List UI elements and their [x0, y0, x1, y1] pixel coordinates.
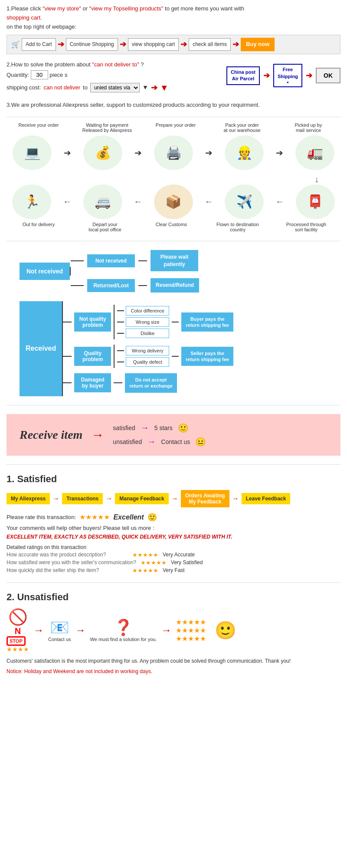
china-post-box: China post Air Parcel [226, 66, 260, 85]
not-received-branch1: Not received [87, 254, 135, 267]
shipping-select[interactable]: unied states via [90, 83, 140, 92]
unsat-arrow-2: → [75, 624, 86, 636]
process-section: Receive your order Waiting for paymentRe… [7, 122, 340, 232]
proc-label-5: Picked up bymail service [287, 122, 330, 133]
free-shipping-line1: Free [278, 66, 298, 73]
proc-arrow-b2: ← [134, 197, 142, 207]
excellent-emoji: 🙂 [147, 513, 157, 522]
china-post-line2: Air Parcel [231, 76, 255, 82]
proc-arrow-b3: ← [205, 197, 213, 207]
not-quality-box: Not qualityproblem [74, 312, 111, 332]
detail-stars-3: ★★★★★ [132, 567, 158, 574]
excellent-comment: EXCELLENT ITEM, EXACTLY AS DESCRIBED, QU… [7, 534, 340, 540]
receive-arrow: → [91, 427, 104, 442]
proc-arrow-2: ➔ [134, 148, 142, 158]
not-received-branch2: Returned/Lost [87, 279, 135, 292]
step-continue[interactable]: Continue Shopping [66, 38, 118, 51]
cannot-deliver-text: can not deliver [44, 82, 81, 92]
arrow2: ➔ [120, 38, 126, 51]
satisfied-row: satisfied → 5 stars 🙂 [113, 423, 206, 433]
pink-arrow2: → [147, 437, 156, 447]
arrow3: ➔ [180, 38, 187, 51]
problem-text: "can not deliver to" [92, 61, 139, 68]
detail-title: Detailed ratings on this transaction [7, 544, 340, 550]
satisfied-title: 1. Satisfied [7, 473, 340, 485]
proc-label-b1: Out for delivery [17, 222, 60, 232]
free-shipping-line2: Shipping [278, 73, 298, 80]
rating-row: Please rate this transaction: ★★★★★ Exce… [7, 513, 340, 522]
proc-label-b4: Flown to destinationcountry [214, 222, 262, 232]
proc-label-2: Waiting for paymentReleased by Aliexpres… [81, 122, 133, 133]
unsat-step-1: 🚫 N STOP ★★★★ [7, 608, 29, 653]
view-store-link[interactable]: "view my store" [43, 5, 81, 12]
pink-arrow1: → [141, 423, 149, 433]
quality-defect-box: Quality defect [126, 357, 169, 367]
proc-label-3: Prepare your order [154, 122, 197, 133]
dropdown-arrow[interactable]: ▼ [142, 82, 148, 93]
proc-icon-1: 💻 [13, 135, 52, 170]
fb-step-3[interactable]: Manage Feedback [115, 493, 168, 504]
section2: 2.How to solve the problem about "can no… [7, 59, 340, 95]
satisfied-section: 1. Satisfied My Aliexpress → Transaction… [7, 473, 340, 574]
neutral-emoji: 😐 [195, 437, 206, 447]
step-check[interactable]: check all items [189, 38, 231, 51]
five-stars-text: 5 stars [154, 424, 173, 431]
detail-label-1: How accurate was the product description… [7, 552, 128, 558]
buy-now-button[interactable]: Buy now [241, 38, 275, 51]
unsatisfied-title: 2. Unsatisfied [7, 592, 340, 603]
unsat-step-2: 📧 Contact us [48, 618, 71, 642]
proc-arrow-b4: ← [275, 197, 284, 207]
proc-arrow-1: ➔ [64, 148, 71, 158]
unsat-arrow-3: → [161, 624, 171, 636]
section1-text3: on the top right of webpage: [7, 23, 340, 32]
damaged-box: Damagedby buyer [74, 373, 111, 392]
satisfied-text: satisfied [113, 424, 135, 431]
arrow4: ➔ [232, 38, 239, 51]
fb-step-2[interactable]: Transactions [62, 493, 103, 504]
section2-header: 2.How to solve the problem about "can no… [7, 59, 169, 69]
quantity-input[interactable] [31, 70, 48, 79]
receive-item-heading: Receive item [20, 428, 82, 442]
unsat-step-4: ★★★★★ ★★★★★ ★★★★★ [176, 618, 206, 643]
section3-text: 3.We are professional Aliexpress seller,… [7, 101, 340, 110]
fs-arrow: ➔ [306, 69, 312, 82]
section1-text: 1.Please click "view my store" or "view … [7, 4, 340, 13]
proc-arrow-b1: ← [63, 197, 72, 207]
section1: 1.Please click "view my store" or "view … [7, 4, 340, 54]
cart-icon: 🛒 [11, 39, 20, 50]
unsatisfied-row: unsatisfied → Contact us 😐 [113, 437, 206, 447]
shipping-arrow: ➔ [151, 81, 157, 95]
proc-icon-4: 👷 [225, 135, 264, 170]
wrong-delivery-box: Wrong delivery [126, 346, 169, 355]
unsat-step-3: ❓ We must find a solution for you. [90, 618, 157, 642]
no-accept-box: Do not acceptreturn or exchange [125, 373, 177, 393]
ok-button[interactable]: OK [316, 68, 340, 83]
proc-icon-b3: 📦 [154, 184, 193, 219]
fb-step-5[interactable]: Leave Feedback [242, 493, 291, 504]
china-post-line1: China post [231, 69, 255, 76]
proc-icon-3: 🖨️ [154, 135, 193, 170]
detail-stars-2: ★★★★★ [141, 559, 167, 566]
proc-label-4: Pack your orderat our warehouse [218, 122, 266, 133]
detail-ratings: Detailed ratings on this transaction How… [7, 544, 340, 574]
fb-step-1[interactable]: My Aliexpress [7, 493, 50, 504]
unsatisfied-section: 2. Unsatisfied 🚫 N STOP ★★★★ → 📧 Contact… [7, 592, 340, 675]
proc-icon-b1: 🏃 [12, 184, 51, 219]
not-received-label: Not received [20, 263, 70, 280]
dislike-box: Dislike [126, 329, 169, 338]
rating-stars: ★★★★★ [79, 513, 110, 521]
step-add-cart[interactable]: Add to Cart [22, 38, 56, 51]
color-diff-box: Color difference [126, 306, 169, 316]
fb-arrow-4: → [232, 495, 239, 503]
received-label: Received [20, 301, 62, 396]
view-topselling-link[interactable]: "view my Topselling products" [89, 5, 164, 12]
not-received-chart: Not received Not received Please wait pa… [7, 250, 340, 293]
quality-box: Qualityproblem [74, 347, 111, 366]
proc-label-b5: Processed throughsort facility [282, 222, 330, 232]
detail-result-1: Very Accurate [163, 552, 195, 558]
step-view-cart[interactable]: view shopping cart [128, 38, 179, 51]
proc-label-b3: Clear Customs [150, 222, 193, 232]
fb-step-4[interactable]: Orders AwaitingMy Feedback [181, 490, 229, 507]
pink-section: Receive item → satisfied → 5 stars 🙂 uns… [7, 414, 340, 456]
rate-label: Please rate this transaction: [7, 514, 76, 520]
